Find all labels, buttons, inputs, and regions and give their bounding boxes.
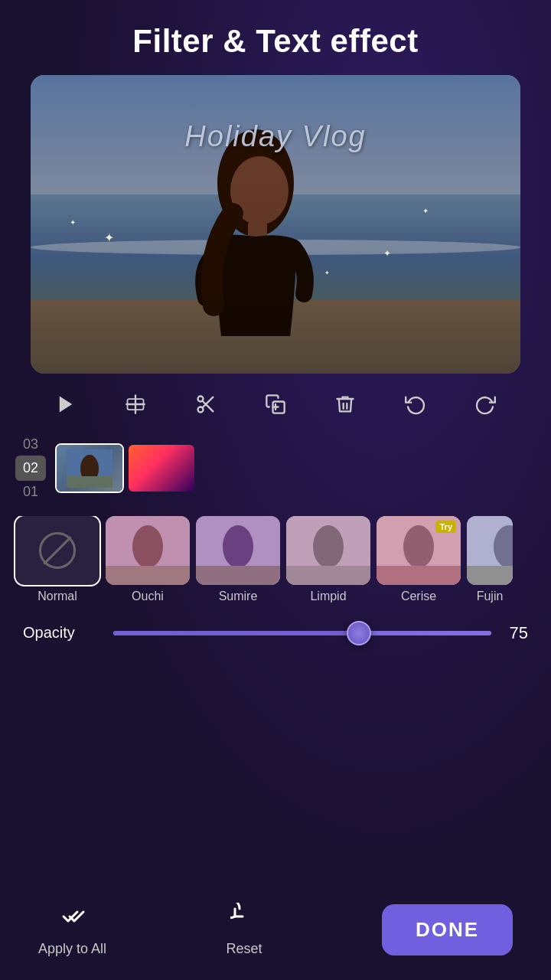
filter-cerise[interactable]: Try Cerise — [377, 516, 461, 603]
reset-label: Reset — [226, 941, 262, 957]
filter-ouchi-thumb — [106, 516, 190, 585]
svg-rect-30 — [467, 566, 513, 585]
svg-marker-3 — [60, 397, 72, 413]
svg-rect-21 — [196, 566, 280, 585]
svg-point-17 — [132, 525, 163, 568]
cut-button[interactable] — [187, 386, 224, 423]
filter-limpid-thumb — [286, 516, 370, 585]
reset-button[interactable]: Reset — [226, 903, 262, 957]
svg-rect-24 — [286, 566, 370, 585]
done-button[interactable]: DONE — [382, 904, 513, 956]
filter-sumire-label: Sumire — [219, 590, 258, 603]
timeline-clips — [55, 443, 196, 493]
play-button[interactable] — [47, 386, 84, 423]
apply-to-all-button[interactable]: Apply to All — [38, 903, 106, 957]
slider-handle[interactable] — [347, 621, 371, 645]
filter-sumire-thumb — [196, 516, 280, 585]
timeline-num-2: 02 — [15, 456, 46, 481]
svg-point-26 — [403, 525, 434, 568]
svg-rect-27 — [377, 566, 461, 585]
redo-button[interactable] — [467, 386, 504, 423]
timeline-numbers: 03 02 01 — [15, 435, 46, 502]
apply-all-label: Apply to All — [38, 941, 106, 957]
svg-point-23 — [313, 525, 344, 568]
svg-rect-15 — [67, 476, 112, 488]
filter-fujin-thumb — [467, 516, 513, 585]
filter-sumire[interactable]: Sumire — [196, 516, 280, 603]
reset-icon — [230, 903, 258, 936]
apply-all-icon — [59, 903, 86, 936]
filter-fujin-label: Fujin — [477, 590, 504, 603]
video-preview: ✦ ✦ ✦ ✦ ✦ Holiday Vlog — [31, 75, 520, 374]
opacity-label: Opacity — [23, 624, 107, 642]
timeline-num-1: 01 — [23, 482, 38, 501]
filter-normal[interactable]: Normal — [15, 516, 99, 603]
filter-normal-label: Normal — [37, 590, 77, 603]
try-badge: Try — [435, 521, 456, 533]
filter-cerise-thumb: Try — [377, 516, 461, 585]
text-overlay: Holiday Vlog — [184, 120, 366, 153]
opacity-value: 75 — [497, 623, 528, 643]
undo-button[interactable] — [397, 386, 434, 423]
timeline-num-3: 03 — [23, 435, 38, 454]
filter-limpid[interactable]: Limpid — [286, 516, 370, 603]
copy-button[interactable] — [257, 386, 294, 423]
add-clip-button[interactable] — [117, 386, 154, 423]
editor-toolbar — [0, 374, 551, 435]
filter-limpid-label: Limpid — [310, 590, 346, 603]
timeline: 03 02 01 — [0, 435, 551, 502]
filter-ouchi-label: Ouchi — [132, 590, 164, 603]
page-title: Filter & Text effect — [0, 0, 551, 75]
filter-cerise-label: Cerise — [401, 590, 436, 603]
filters-scroll: Normal Ouchi — [0, 516, 551, 603]
svg-line-8 — [207, 407, 212, 411]
filter-ouchi[interactable]: Ouchi — [106, 516, 190, 603]
clip-1[interactable] — [55, 443, 124, 493]
opacity-slider[interactable] — [113, 631, 491, 635]
opacity-row: Opacity 75 — [0, 611, 551, 655]
bottom-bar: Apply to All Reset DONE — [0, 890, 551, 980]
svg-point-20 — [223, 525, 253, 568]
filter-normal-thumb — [15, 516, 99, 585]
filter-fujin[interactable]: Fujin — [467, 516, 513, 603]
clip-2[interactable] — [127, 443, 196, 493]
filters-section: Normal Ouchi — [0, 508, 551, 611]
svg-rect-18 — [106, 566, 190, 585]
delete-button[interactable] — [327, 386, 364, 423]
